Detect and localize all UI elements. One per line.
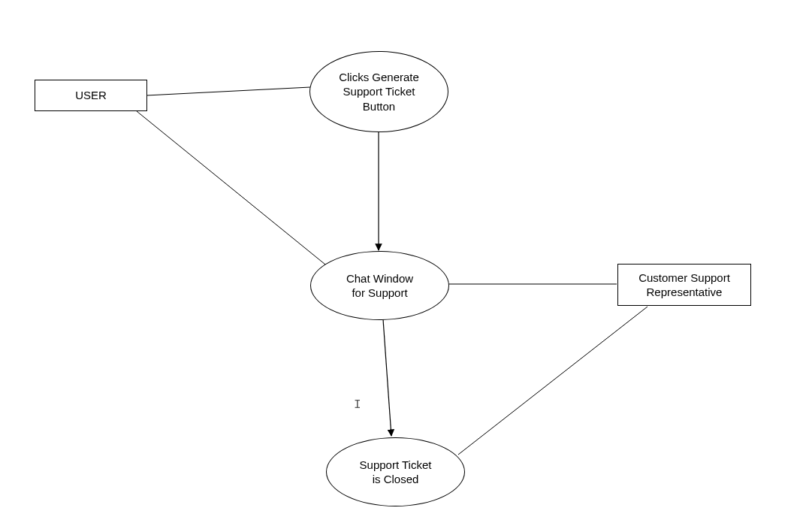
node-csr-label: Customer Support Representative [638, 271, 730, 300]
text-cursor-icon: I [354, 398, 361, 412]
edge-chat-to-closed [383, 319, 391, 436]
node-clicks-generate: Clicks Generate Support Ticket Button [309, 51, 448, 132]
node-csr: Customer Support Representative [617, 264, 751, 306]
edge-user-to-generate [146, 87, 310, 95]
node-clicks-generate-label: Clicks Generate Support Ticket Button [339, 70, 419, 114]
node-ticket-closed-label: Support Ticket is Closed [360, 458, 432, 487]
edge-csr-to-closed [458, 307, 647, 455]
node-ticket-closed: Support Ticket is Closed [326, 437, 465, 506]
edge-user-to-chat [137, 111, 341, 277]
node-user-label: USER [75, 88, 107, 103]
node-chat-window: Chat Window for Support [310, 251, 449, 320]
node-chat-window-label: Chat Window for Support [346, 271, 413, 301]
node-user: USER [35, 80, 147, 111]
